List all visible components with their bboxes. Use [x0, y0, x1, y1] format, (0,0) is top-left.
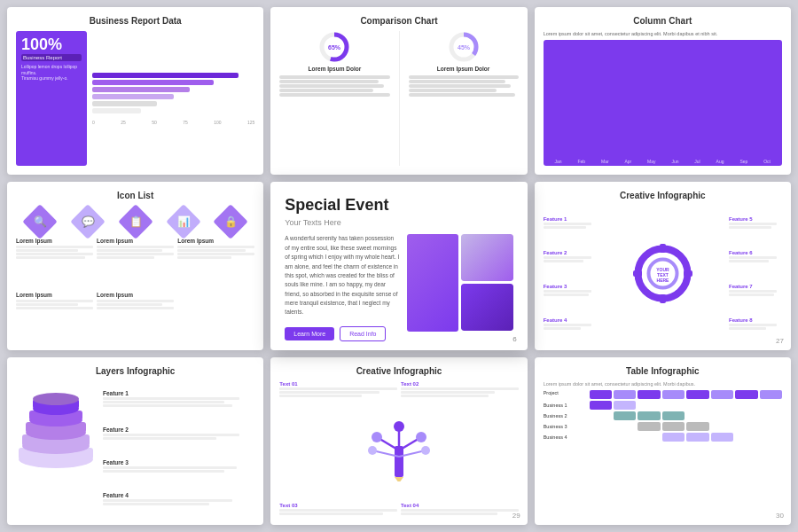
feature-6: Feature 6 — [729, 250, 782, 263]
icon-list-icons: 🔍 💬 📋 📊 🔒 — [16, 209, 254, 234]
creative-page-num: 27 — [776, 337, 784, 345]
creative2-inner: Text 01 Text 02 — [279, 381, 518, 516]
creative2-label-1: Text 01 — [279, 381, 397, 398]
svg-point-37 — [416, 432, 426, 442]
svg-point-41 — [394, 421, 404, 432]
layers-features: Feature 1 Feature 2 Feature 3 Feature 4 — [103, 381, 254, 516]
feature-3: Feature 3 — [544, 284, 597, 297]
icon-diamond-5: 🔒 — [214, 205, 249, 240]
col-chart-axis: Jan Feb Mar Apr May Jun Jul Aug Sep Oct — [547, 159, 778, 164]
icon-list-card: Icon List 🔍 💬 📋 📊 🔒 Lorem Ipsum Lorem Ip… — [7, 182, 263, 349]
pencil-svg — [364, 419, 434, 481]
table-page-num: 30 — [776, 512, 784, 520]
comp-col2-label: Lorem Ipsum Dolor — [437, 66, 490, 72]
icon-list-text-2: Lorem Ipsum Lorem Ipsum — [16, 292, 254, 341]
donut-svg-2: 45% — [448, 31, 480, 63]
icon-diamond-2: 💬 — [70, 205, 106, 240]
column-chart-title: Column Chart — [544, 16, 782, 26]
table-row-2: Business 2 — [544, 411, 782, 420]
creative-infographic-title: Creative Infographic — [544, 191, 782, 200]
business-label: Business Report — [21, 54, 82, 61]
icon-list-inner: 🔍 💬 📋 📊 🔒 Lorem Ipsum Lorem Ipsum — [16, 206, 254, 340]
creative2-label-3: Text 03 — [279, 503, 397, 516]
icon-list-text: Lorem Ipsum Lorem Ipsum Lorem Ipsum — [16, 238, 254, 287]
table-row-1: Business 1 — [544, 401, 782, 410]
creative2-labels-bottom: Text 03 Text 04 — [279, 503, 518, 516]
creative-infographic-bottom-title: Creative Infographic — [279, 366, 518, 376]
feature-1: Feature 1 — [544, 216, 597, 230]
bar-axis: 0 25 50 75 100 125 — [92, 120, 254, 125]
icon-list-title: Icon List — [16, 191, 254, 200]
creative-infographic-bottom-card: Creative Infographic Text 01 Text 02 — [270, 357, 527, 525]
icon-diamond-1: 🔍 — [22, 205, 58, 240]
svg-point-39 — [421, 446, 430, 455]
event-image-1 — [407, 234, 459, 332]
creative-infographic-card: Creative Infographic Feature 1 Feature 2… — [535, 182, 791, 349]
creative-left-features: Feature 1 Feature 2 Feature 3 Feature 4 — [544, 206, 597, 340]
donut-1: 65% — [318, 31, 350, 63]
creative-infographic-inner: Feature 1 Feature 2 Feature 3 Feature 4 — [544, 206, 782, 340]
bar-1 — [92, 73, 239, 78]
svg-point-33 — [372, 432, 382, 442]
creative2-label-4: Text 04 — [401, 503, 519, 516]
icon-col-1: Lorem Ipsum — [16, 238, 93, 287]
svg-rect-9 — [660, 294, 666, 303]
special-event-text: A wonderful serenity has taken possessio… — [285, 234, 399, 349]
feature-2: Feature 2 — [544, 250, 597, 263]
table-inner: Project Business 1 Business 2 — [544, 390, 782, 516]
column-chart-card: Column Chart Lorem ipsum dolor sit amet,… — [535, 7, 791, 175]
comp-text-2 — [409, 74, 519, 98]
svg-marker-31 — [395, 477, 403, 481]
layer-feature-1: Feature 1 — [103, 390, 254, 408]
business-report-inner: 100% Business Report Lollipop lemon drop… — [16, 31, 254, 166]
bar-3 — [92, 87, 190, 92]
layers-infographic-card: Layers Infographic — [7, 357, 263, 525]
layers-diagram — [16, 381, 96, 461]
business-report-bars: 0 25 50 75 100 125 — [92, 31, 254, 166]
icon-diamond-3: 📋 — [118, 205, 153, 240]
svg-rect-8 — [660, 244, 666, 253]
svg-rect-11 — [684, 270, 692, 277]
business-desc: Lollipop lemon drops lollipop muffins.Ti… — [21, 64, 82, 82]
svg-text:45%: 45% — [458, 44, 471, 51]
svg-rect-30 — [395, 446, 403, 477]
table-infographic-card: Table Infographic Lorem ipsum dolor sit … — [535, 357, 791, 525]
bar-5 — [92, 101, 157, 106]
event-images-right — [461, 234, 513, 331]
comparison-chart-card: Comparison Chart 65% Lorem Ipsum Dolor — [270, 7, 527, 175]
pencil-diagram — [364, 398, 434, 503]
icon-col-3: Lorem Ipsum — [177, 238, 254, 287]
business-report-left: 100% Business Report Lollipop lemon drop… — [16, 31, 87, 166]
comp-col1-label: Lorem Ipsum Dolor — [309, 66, 362, 72]
gear-svg: YOUR TEXT HERE — [630, 240, 696, 307]
comp-col-2: 45% Lorem Ipsum Dolor — [409, 31, 519, 166]
business-report-title: Business Report Data — [16, 16, 254, 26]
creative2-page-num: 29 — [512, 512, 520, 520]
special-event-card: Special Event Your Texts Here A wonderfu… — [270, 182, 527, 349]
feature-5: Feature 5 — [729, 216, 782, 230]
layers-inner: Feature 1 Feature 2 Feature 3 Feature 4 — [16, 381, 254, 516]
special-event-subtitle: Your Texts Here — [285, 218, 512, 227]
icon-col-6 — [177, 292, 254, 341]
comparison-chart-title: Comparison Chart — [279, 16, 518, 26]
bar-4 — [92, 94, 174, 99]
icon-col-4: Lorem Ipsum — [16, 292, 93, 341]
learn-more-button[interactable]: Learn More — [285, 327, 334, 340]
svg-point-29 — [33, 393, 79, 405]
donut-svg-1: 65% — [318, 31, 350, 63]
layers-svg — [16, 381, 96, 470]
layer-feature-2: Feature 2 — [103, 426, 254, 441]
special-event-page-num: 6 — [512, 335, 516, 343]
creative2-label-2: Text 02 — [401, 381, 519, 398]
special-event-images — [407, 234, 513, 349]
column-chart-inner: Jan Feb Mar Apr May Jun Jul Aug Sep Oct — [544, 40, 782, 166]
feature-7: Feature 7 — [729, 284, 782, 297]
svg-text:HERE: HERE — [656, 278, 669, 283]
table-row-4: Business 4 — [544, 433, 782, 442]
bar-2 — [92, 80, 214, 85]
layer-feature-3: Feature 3 — [103, 459, 254, 473]
icon-diamond-4: 📊 — [166, 205, 201, 240]
business-report-card: Business Report Data 100% Business Repor… — [7, 7, 263, 175]
read-info-button[interactable]: Read Info — [340, 326, 386, 341]
layer-feature-4: Feature 4 — [103, 492, 254, 506]
